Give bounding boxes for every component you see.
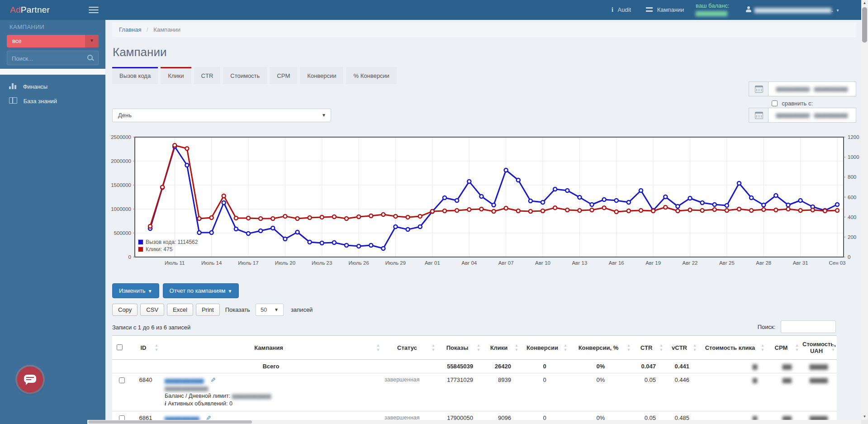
svg-text:Июль 14: Июль 14 xyxy=(201,260,222,266)
compare-option: сравнить с: xyxy=(772,100,813,107)
edit-dropdown-button[interactable]: Изменить▼ xyxy=(112,283,159,298)
page-size-select[interactable]: 50 ▼ xyxy=(256,304,284,316)
totals-ctr: 0.047 xyxy=(632,360,665,373)
totals-cost-redacted: ▆▆▆▆ xyxy=(810,363,828,370)
logo-partner: Partner xyxy=(21,5,50,14)
col-conversions-pct[interactable]: Конверсии, %▲▼ xyxy=(569,336,632,360)
svg-text:200: 200 xyxy=(848,234,856,240)
svg-text:0: 0 xyxy=(848,254,850,260)
svg-text:Июль 29: Июль 29 xyxy=(385,260,406,266)
balance: ваш баланс: ▆▆▆▆▆▆▆ xyxy=(696,2,730,17)
chart-plot: 0500000100000015000002000000250000002004… xyxy=(105,133,868,269)
scrollbar-corner xyxy=(861,420,868,424)
export-row: Copy CSV Excel Print Показать 50 ▼ запис… xyxy=(112,304,313,316)
sort-icon: ▲▼ xyxy=(476,343,481,352)
tab-conversions[interactable]: Конверсии xyxy=(300,67,343,84)
col-status[interactable]: Статус▲▼ xyxy=(382,336,437,360)
select-all-checkbox[interactable] xyxy=(117,344,123,350)
col-cost-click[interactable]: Стоимость клика▲▼ xyxy=(698,336,766,360)
nav-campaigns[interactable]: Кампании xyxy=(646,0,684,20)
totals-row: Всего 55845039 26420 0 0% 0.047 0.441 ▆ … xyxy=(112,360,837,373)
copy-button[interactable]: Copy xyxy=(112,304,138,316)
tab-call-code[interactable]: Вызов кода xyxy=(112,67,158,84)
print-button[interactable]: Print xyxy=(196,304,220,316)
col-vctr[interactable]: vCTR▲▼ xyxy=(665,336,698,360)
col-conversions[interactable]: Конверсии▲▼ xyxy=(520,336,569,360)
tab-clicks[interactable]: Клики xyxy=(161,67,191,84)
tab-ctr[interactable]: CTR xyxy=(194,67,221,84)
col-impressions[interactable]: Показы▲▼ xyxy=(437,336,482,360)
sidebar-item-knowledge-base[interactable]: База знаний xyxy=(0,95,105,108)
user-menu[interactable]: ▆▆▆▆▆▆▆▆▆▆▆▆▆▆▆▆▆.▾ xyxy=(745,0,839,20)
svg-text:Авг 13: Авг 13 xyxy=(572,260,587,266)
page-title: Кампании xyxy=(113,45,166,59)
breadcrumb-home-link[interactable]: Главная xyxy=(119,26,141,33)
date-range-picker[interactable]: ▆▆▆▆▆▆▆▆ - ▆▆▆▆▆▆▆▆ xyxy=(749,81,856,96)
excel-button[interactable]: Excel xyxy=(167,304,193,316)
svg-text:600: 600 xyxy=(848,195,856,200)
totals-conversions-pct: 0% xyxy=(569,360,632,373)
chevron-down-icon: ▼ xyxy=(322,109,326,122)
vertical-scrollbar-thumb[interactable] xyxy=(862,7,867,43)
sort-icon: ▲▼ xyxy=(831,343,835,352)
col-ctr[interactable]: CTR▲▼ xyxy=(632,336,665,360)
col-campaign[interactable]: Кампания▲▼ xyxy=(160,336,382,360)
compare-date-value-redacted: ▆▆▆▆▆▆▆▆ - ▆▆▆▆▆▆▆▆ xyxy=(768,108,856,122)
svg-text:Июль 26: Июль 26 xyxy=(348,260,369,266)
tab-conversions-pct[interactable]: % Конверсии xyxy=(346,67,396,84)
svg-text:1200: 1200 xyxy=(848,134,859,140)
campaign-report-dropdown-button[interactable]: Отчет по кампаниям▼ xyxy=(163,283,239,298)
legend-swatch-blue xyxy=(138,239,143,245)
scroll-up-arrow-icon[interactable]: ▲ xyxy=(861,0,868,6)
totals-impressions: 55845039 xyxy=(437,360,482,373)
book-icon xyxy=(9,97,17,104)
campaigns-chart: 0500000100000015000002000000250000002004… xyxy=(105,133,868,269)
horizontal-scrollbar-thumb[interactable] xyxy=(88,420,252,424)
totals-clicks: 26420 xyxy=(482,360,520,373)
svg-text:1500000: 1500000 xyxy=(111,182,131,188)
row-cost-click-redacted: ▆ xyxy=(753,376,757,383)
horizontal-scrollbar[interactable] xyxy=(87,420,861,424)
totals-conversions: 0 xyxy=(520,360,569,373)
col-cpm[interactable]: CPM▲▼ xyxy=(766,336,801,360)
calendar-button[interactable] xyxy=(749,108,768,122)
col-clicks[interactable]: Клики▲▼ xyxy=(482,336,520,360)
svg-text:Авг 01: Авг 01 xyxy=(425,260,440,266)
compare-checkbox[interactable] xyxy=(772,100,778,106)
table-header-row: ID▲▼ Кампания▲▼ Статус▲▼ Показы▲▼ Клики▲… xyxy=(112,336,837,360)
row-ctr: 0.05 xyxy=(632,373,665,411)
vertical-scrollbar[interactable]: ▲ ▼ xyxy=(861,0,868,420)
totals-vctr: 0.441 xyxy=(665,360,698,373)
sidebar-search-input[interactable] xyxy=(7,51,87,66)
nav-audit[interactable]: i Audit xyxy=(612,0,631,20)
tab-cpm[interactable]: CPM xyxy=(270,67,297,84)
col-cost-uah[interactable]: Стоимость, UAH▲▼ xyxy=(801,336,837,360)
calendar-button[interactable] xyxy=(749,82,768,96)
col-id[interactable]: ID▲▼ xyxy=(131,336,160,360)
hamburger-menu-icon[interactable] xyxy=(89,7,99,13)
chat-widget-button[interactable] xyxy=(17,367,43,392)
legend-item-clicks: Клики: 475 xyxy=(138,246,198,253)
row-checkbox[interactable] xyxy=(119,377,125,383)
sidebar: КАМПАНИИ все ▼ Финансы База знаний xyxy=(0,20,105,424)
edit-pencil-icon[interactable]: ✎ xyxy=(210,376,216,384)
table-search-input[interactable] xyxy=(781,320,836,333)
granularity-select[interactable]: День ▼ xyxy=(112,109,331,122)
svg-text:Июль 17: Июль 17 xyxy=(238,260,258,266)
page-size-value: 50 xyxy=(261,306,267,313)
scroll-down-arrow-icon[interactable]: ▼ xyxy=(861,414,868,420)
sidebar-item-label: Финансы xyxy=(23,83,48,90)
user-email-redacted: ▆▆▆▆▆▆▆▆▆▆▆▆▆▆▆▆▆ xyxy=(754,6,831,13)
chevron-down-icon: ▾ xyxy=(837,8,839,13)
campaign-filter-select[interactable]: все ▼ xyxy=(7,35,99,48)
sidebar-item-finance[interactable]: Финансы xyxy=(0,80,105,94)
select-all-cell xyxy=(112,336,131,360)
svg-text:Июль 20: Июль 20 xyxy=(275,260,295,266)
svg-text:Авг 25: Авг 25 xyxy=(719,260,735,266)
svg-text:Авг 16: Авг 16 xyxy=(609,260,624,266)
csv-button[interactable]: CSV xyxy=(140,304,164,316)
tab-cost[interactable]: Стоимость xyxy=(223,67,267,84)
compare-date-range-picker[interactable]: ▆▆▆▆▆▆▆▆ - ▆▆▆▆▆▆▆▆ xyxy=(749,108,856,123)
campaign-link-redacted[interactable]: ▆▆▆▆▆▆▆▆▆ xyxy=(165,377,204,384)
caret-down-icon: ▼ xyxy=(228,289,232,294)
